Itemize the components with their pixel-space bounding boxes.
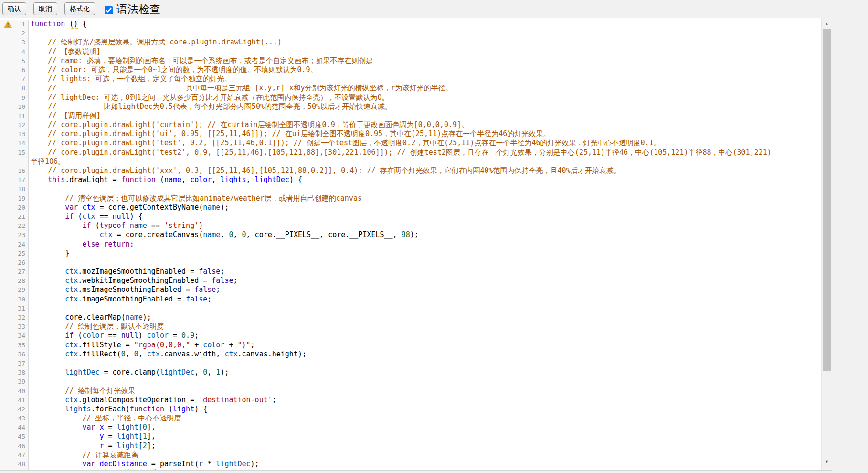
scroll-up-icon[interactable]: ▲ <box>822 19 832 29</box>
code-line[interactable]: 4 // 【参数说明】 <box>0 47 821 56</box>
code-text[interactable]: // 【参数说明】 <box>29 47 821 56</box>
code-line[interactable]: 22 if (typeof name == 'string') <box>0 221 821 230</box>
code-line[interactable]: 46 r = light[2]; <box>0 441 821 451</box>
code-line[interactable]: 13 // core.plugin.drawLight('ui', 0.95, … <box>0 129 821 139</box>
code-text[interactable]: // color: 可选，只能是一个0~1之间的数，为不透明度的值。不填则默认为… <box>29 65 821 75</box>
code-text[interactable]: this.drawLight = function (name, color, … <box>29 175 821 184</box>
code-line[interactable]: 40 // 绘制每个灯光效果 <box>0 387 821 396</box>
code-text[interactable]: // 绘制灯光/漆黑层效果。调用方式 core.plugin.drawLight… <box>29 38 821 47</box>
code-text[interactable]: lightDec = core.clamp(lightDec, 0, 1); <box>29 368 821 377</box>
code-line[interactable]: 半径106。 <box>0 157 821 166</box>
code-line[interactable]: 16 // core.plugin.drawLight('xxx', 0.3, … <box>0 166 821 175</box>
code-line[interactable]: 28 ctx.webkitImageSmoothingEnabled = fal… <box>0 276 821 285</box>
code-line[interactable]: 9 // lightDec: 可选，0到1之间，光从多少百分比才开始衰减（在此范… <box>0 93 821 102</box>
code-text[interactable]: ctx.imageSmoothingEnabled = false; <box>29 295 821 304</box>
code-text[interactable]: // lights: 可选，一个数组，定义了每个独立的灯光。 <box>29 75 821 84</box>
code-text[interactable]: var x = light[0], <box>29 423 821 432</box>
code-line[interactable]: 39 <box>0 377 821 386</box>
code-text[interactable] <box>29 258 821 267</box>
code-text[interactable]: if (ctx == null) { <box>29 212 821 221</box>
code-text[interactable] <box>29 377 821 386</box>
code-line[interactable]: 47 // 计算衰减距离 <box>0 451 821 460</box>
code-text[interactable]: // name: 必填，要绘制到的画布名；可以是一个系统画布，或者是个自定义画布… <box>29 56 821 65</box>
code-line[interactable]: 17 this.drawLight = function (name, colo… <box>0 175 821 184</box>
code-line[interactable]: 26 <box>0 258 821 267</box>
code-text[interactable]: var decDistance = parseInt(r * lightDec)… <box>29 460 821 469</box>
code-text[interactable]: // 清空色调层；也可以修改成其它层比如animate/weather层，或者用… <box>29 194 821 203</box>
code-line[interactable]: 11 // 【调用样例】 <box>0 111 821 120</box>
code-text[interactable]: // 正方形区域的直径和左上角坐标 <box>29 469 821 470</box>
code-editor[interactable]: !1function () {23 // 绘制灯光/漆黑层效果。调用方式 cor… <box>0 18 832 471</box>
code-line[interactable]: 37 <box>0 359 821 368</box>
code-line[interactable]: 43 // 坐标，半径，中心不透明度 <box>0 414 821 423</box>
code-text[interactable]: // lightDec: 可选，0到1之间，光从多少百分比才开始衰减（在此范围内… <box>29 93 821 102</box>
code-text[interactable]: ctx.fillStyle = "rgba(0,0,0," + color + … <box>29 341 821 350</box>
code-line[interactable]: 21 if (ctx == null) { <box>0 212 821 221</box>
syntax-check-checkbox[interactable] <box>105 6 113 14</box>
code-lines[interactable]: !1function () {23 // 绘制灯光/漆黑层效果。调用方式 cor… <box>0 18 821 470</box>
code-line[interactable]: 24 else return; <box>0 240 821 249</box>
code-line[interactable]: 12 // core.plugin.drawLight('curtain'); … <box>0 120 821 129</box>
code-line[interactable]: 41 ctx.globalCompositeOperation = 'desti… <box>0 396 821 405</box>
code-text[interactable] <box>29 304 821 313</box>
code-text[interactable]: // core.plugin.drawLight('xxx', 0.3, [[2… <box>29 166 821 175</box>
code-line[interactable]: 34 if (color == null) color = 0.9; <box>0 331 821 340</box>
code-text[interactable]: var ctx = core.getContextByName(name); <box>29 203 821 212</box>
code-text[interactable]: function () { <box>29 20 821 29</box>
code-text[interactable]: 半径106。 <box>29 157 821 166</box>
code-line[interactable]: 36 ctx.fillRect(0, 0, ctx.canvas.width, … <box>0 350 821 359</box>
cancel-button[interactable]: 取消 <box>33 2 57 15</box>
code-text[interactable]: r = light[2]; <box>29 441 821 451</box>
code-line[interactable]: 25 } <box>0 249 821 258</box>
code-text[interactable]: // 坐标，半径，中心不透明度 <box>29 414 821 423</box>
code-line[interactable]: 3 // 绘制灯光/漆黑层效果。调用方式 core.plugin.drawLig… <box>0 38 821 47</box>
code-text[interactable]: // 绘制色调层，默认不透明度 <box>29 322 821 331</box>
code-line[interactable]: 32 core.clearMap(name); <box>0 313 821 322</box>
code-line[interactable]: 23 ctx = core.createCanvas(name, 0, 0, c… <box>0 230 821 239</box>
code-line[interactable]: 30 ctx.imageSmoothingEnabled = false; <box>0 295 821 304</box>
code-text[interactable]: ctx = core.createCanvas(name, 0, 0, core… <box>29 230 821 239</box>
code-text[interactable]: } <box>29 249 821 258</box>
code-line[interactable]: 8 // 其中每一项是三元组 [x,y,r] x和y分别为该灯光的横纵坐标，r为… <box>0 84 821 93</box>
code-line[interactable]: 19 // 清空色调层；也可以修改成其它层比如animate/weather层，… <box>0 194 821 203</box>
code-line[interactable]: 42 lights.forEach(function (light) { <box>0 405 821 414</box>
code-text[interactable]: core.clearMap(name); <box>29 313 821 322</box>
scrollbar-thumb[interactable] <box>823 29 831 371</box>
code-text[interactable]: // 其中每一项是三元组 [x,y,r] x和y分别为该灯光的横纵坐标，r为该灯… <box>29 84 821 93</box>
code-text[interactable]: ctx.mozImageSmoothingEnabled = false; <box>29 267 821 276</box>
code-text[interactable] <box>29 184 821 194</box>
scroll-down-icon[interactable]: ▼ <box>822 457 832 466</box>
code-line[interactable]: 38 lightDec = core.clamp(lightDec, 0, 1)… <box>0 368 821 377</box>
code-line[interactable]: 29 ctx.msImageSmoothingEnabled = false; <box>0 285 821 294</box>
code-text[interactable]: y = light[1], <box>29 432 821 441</box>
code-text[interactable]: // 计算衰减距离 <box>29 451 821 460</box>
code-text[interactable]: lights.forEach(function (light) { <box>29 405 821 414</box>
code-line[interactable]: 44 var x = light[0], <box>0 423 821 432</box>
code-line[interactable]: !1function () { <box>0 20 821 29</box>
syntax-check-label[interactable]: 语法检查 <box>116 2 160 16</box>
vertical-scrollbar[interactable]: ▲ ▼ <box>821 18 832 470</box>
code-text[interactable]: // 绘制每个灯光效果 <box>29 387 821 396</box>
confirm-button[interactable]: 确认 <box>2 2 26 15</box>
code-text[interactable]: // core.plugin.drawLight('ui', 0.95, [[2… <box>29 129 821 139</box>
code-line[interactable]: 18 <box>0 184 821 194</box>
code-line[interactable]: 2 <box>0 29 821 38</box>
code-line[interactable]: 45 y = light[1], <box>0 432 821 441</box>
code-text[interactable]: ctx.webkitImageSmoothingEnabled = false; <box>29 276 821 285</box>
code-line[interactable]: 33 // 绘制色调层，默认不透明度 <box>0 322 821 331</box>
code-text[interactable]: else return; <box>29 240 821 249</box>
code-text[interactable] <box>29 29 821 38</box>
warning-icon[interactable]: ! <box>4 21 12 28</box>
code-line[interactable]: 10 // 比如lightDec为0.5代表，每个灯光部分内圈50%的范围全亮，… <box>0 102 821 111</box>
code-text[interactable]: // core.plugin.drawLight('test', 0.2, [[… <box>29 139 821 148</box>
code-text[interactable]: // core.plugin.drawLight('test2', 0.9, [… <box>29 148 821 157</box>
code-line[interactable]: 27 ctx.mozImageSmoothingEnabled = false; <box>0 267 821 276</box>
code-line[interactable]: 35 ctx.fillStyle = "rgba(0,0,0," + color… <box>0 341 821 350</box>
code-text[interactable]: ctx.globalCompositeOperation = 'destinat… <box>29 396 821 405</box>
code-text[interactable]: // 【调用样例】 <box>29 111 821 120</box>
code-text[interactable]: // 比如lightDec为0.5代表，每个灯光部分内圈50%的范围全亮，50%… <box>29 102 821 111</box>
code-line[interactable]: 20 var ctx = core.getContextByName(name)… <box>0 203 821 212</box>
code-line[interactable]: 7 // lights: 可选，一个数组，定义了每个独立的灯光。 <box>0 75 821 84</box>
code-line[interactable]: 5 // name: 必填，要绘制到的画布名；可以是一个系统画布，或者是个自定义… <box>0 56 821 65</box>
code-text[interactable]: ctx.fillRect(0, 0, ctx.canvas.width, ctx… <box>29 350 821 359</box>
